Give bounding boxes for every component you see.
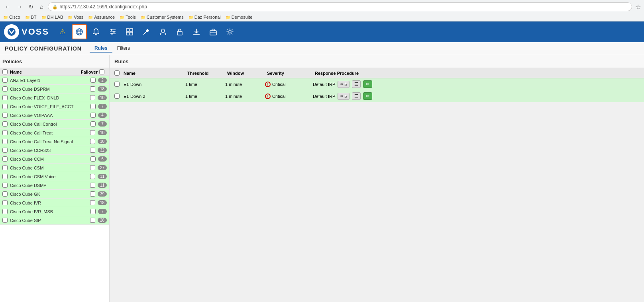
policy-failover-checkbox-8[interactable] <box>90 148 95 153</box>
refresh-button[interactable]: ↻ <box>27 3 35 11</box>
download-nav-button[interactable] <box>189 24 204 39</box>
rule-edit-button-0[interactable]: ✏ <box>363 80 372 88</box>
right-panel: Rules Name Threshold Window Severity Res… <box>110 55 644 302</box>
policy-checkbox-3[interactable] <box>2 104 8 109</box>
rule-list-button-0[interactable]: ☰ <box>352 80 361 88</box>
policy-row[interactable]: Cisco Cube IVR 18 <box>0 199 109 207</box>
rule-checkbox-1[interactable] <box>114 94 120 99</box>
bookmark-customer-systems[interactable]: 📁 Customer Systems <box>141 15 184 19</box>
policy-row[interactable]: Cisco Cube VOIPAAA 4 <box>0 111 109 120</box>
policy-row[interactable]: Cisco Cube DSMP 11 <box>0 181 109 190</box>
svg-rect-12 <box>126 29 129 31</box>
bookmark-star-button[interactable]: ☆ <box>635 3 641 11</box>
bookmark-bt[interactable]: 📁 BT <box>25 15 37 19</box>
bookmark-demosuite[interactable]: 📁 Demosuite <box>226 15 253 19</box>
globe-nav-button[interactable] <box>72 24 87 39</box>
tab-rules[interactable]: Rules <box>90 45 112 53</box>
policy-failover-checkbox-12[interactable] <box>90 183 95 188</box>
lock-nav-button[interactable] <box>172 24 187 39</box>
policy-row[interactable]: ANZ-E1-Layer1 2 <box>0 76 109 85</box>
policy-failover-checkbox-7[interactable] <box>90 139 95 144</box>
rule-checkbox-0[interactable] <box>114 82 120 87</box>
rule-edit-button-1[interactable]: ✏ <box>363 92 372 100</box>
policy-row[interactable]: Cisco Cube GK 39 <box>0 190 109 199</box>
folder-icon: 📁 <box>68 15 73 19</box>
policy-failover-checkbox-14[interactable] <box>90 200 95 205</box>
policy-failover-checkbox-5[interactable] <box>90 121 96 127</box>
policy-badge-6: 10 <box>98 130 107 135</box>
policy-checkbox-9[interactable] <box>2 156 8 162</box>
tab-filters[interactable]: Filters <box>112 45 135 53</box>
policy-checkbox-2[interactable] <box>2 95 8 100</box>
policy-failover-checkbox-4[interactable] <box>90 113 96 118</box>
policy-failover-checkbox-1[interactable] <box>90 86 95 92</box>
policy-row[interactable]: Cisco Cube Call Control 7 <box>0 120 109 129</box>
rule-count-button-0[interactable]: ✏ 5 <box>338 81 349 88</box>
policy-checkbox-12[interactable] <box>2 183 8 188</box>
policy-failover-checkbox-11[interactable] <box>90 174 95 179</box>
sliders-nav-button[interactable] <box>105 24 120 39</box>
policy-row[interactable]: Cisco Cube CCH323 32 <box>0 146 109 155</box>
policy-failover-checkbox-0[interactable] <box>90 78 96 83</box>
policy-checkbox-1[interactable] <box>2 86 8 92</box>
policy-row[interactable]: Cisco Cube IVR_MSB 7 <box>0 207 109 216</box>
policy-name-1: Cisco Cube DSPRM <box>10 87 90 92</box>
policy-failover-checkbox-3[interactable] <box>90 104 96 109</box>
select-all-policies-checkbox[interactable] <box>2 69 8 74</box>
policy-failover-checkbox-15[interactable] <box>90 209 96 214</box>
alert-nav-button[interactable]: ⚠ <box>55 24 70 39</box>
policy-checkbox-15[interactable] <box>2 209 8 214</box>
policy-checkbox-4[interactable] <box>2 113 8 118</box>
failover-all-checkbox[interactable] <box>99 69 104 74</box>
policy-checkbox-5[interactable] <box>2 121 8 127</box>
rule-count-button-1[interactable]: ✏ 5 <box>338 93 349 100</box>
bag-nav-button[interactable] <box>206 24 221 39</box>
rules-header: Rules <box>110 55 644 68</box>
folder-icon: 📁 <box>226 15 230 19</box>
policy-row[interactable]: Cisco Cube VOICE_FILE_ACCT 7 <box>0 102 109 111</box>
policy-checkbox-10[interactable] <box>2 165 8 170</box>
bell-nav-button[interactable] <box>88 24 104 39</box>
back-button[interactable]: ← <box>3 3 12 11</box>
bookmark-label: Tools <box>126 15 136 19</box>
policy-failover-checkbox-13[interactable] <box>90 191 95 197</box>
person-nav-button[interactable] <box>155 24 171 39</box>
policy-failover-checkbox-2[interactable] <box>90 95 95 100</box>
policy-failover-checkbox-9[interactable] <box>90 156 96 162</box>
policy-row[interactable]: Cisco Cube CSM Voice 11 <box>0 172 109 181</box>
policy-badge-10: 27 <box>98 165 107 170</box>
policy-checkbox-11[interactable] <box>2 174 8 179</box>
policy-row[interactable]: Cisco Cube Call Treat No Signal 10 <box>0 137 109 146</box>
policy-row[interactable]: Cisco Cube CCM 6 <box>0 155 109 164</box>
policy-checkbox-8[interactable] <box>2 148 8 153</box>
bookmark-voss[interactable]: 📁 Voss <box>68 15 83 19</box>
rules-severity-col: Severity <box>267 71 315 76</box>
policy-row[interactable]: Cisco Cube DSPRM 18 <box>0 85 109 94</box>
home-button[interactable]: ⌂ <box>38 3 45 11</box>
policy-checkbox-16[interactable] <box>2 218 8 223</box>
policy-row[interactable]: Cisco Cube Call Treat 10 <box>0 129 109 137</box>
policy-checkbox-13[interactable] <box>2 191 8 197</box>
bookmark-cisco[interactable]: 📁 Cisco <box>3 15 20 19</box>
address-bar[interactable]: 🔒 https://172.30.42.169/Lxtconfig/index.… <box>48 2 632 11</box>
policy-checkbox-7[interactable] <box>2 139 8 144</box>
policy-row[interactable]: Cisco Cube FLEX_DNLD 10 <box>0 94 109 102</box>
gear-nav-button[interactable] <box>222 24 238 39</box>
policy-checkbox-6[interactable] <box>2 130 8 135</box>
policy-checkbox-14[interactable] <box>2 200 8 205</box>
bookmark-daz-personal[interactable]: 📁 Daz Personal <box>188 15 221 19</box>
rule-list-button-1[interactable]: ☰ <box>352 92 361 100</box>
bookmark-assurance[interactable]: 📁 Assurance <box>88 15 115 19</box>
policy-row[interactable]: Cisco Cube CSM 27 <box>0 164 109 172</box>
policy-failover-checkbox-10[interactable] <box>90 165 95 170</box>
policy-failover-checkbox-16[interactable] <box>90 218 95 223</box>
policy-row[interactable]: Cisco Cube SIP 28 <box>0 216 109 225</box>
select-all-rules-checkbox[interactable] <box>114 70 120 76</box>
bookmark-dhlab[interactable]: 📁 DH LAB <box>41 15 63 19</box>
policy-checkbox-0[interactable] <box>2 78 8 83</box>
forward-button[interactable]: → <box>15 3 24 11</box>
grid-nav-button[interactable] <box>122 24 137 39</box>
bookmark-tools[interactable]: 📁 Tools <box>120 15 136 19</box>
wrench-nav-button[interactable] <box>139 24 154 39</box>
policy-failover-checkbox-6[interactable] <box>90 130 95 135</box>
